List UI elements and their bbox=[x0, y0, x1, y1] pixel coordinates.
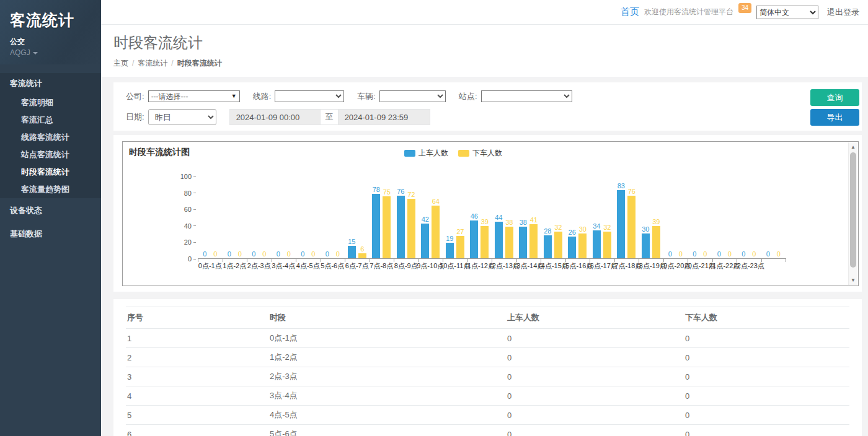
date-range-to-label: 至 bbox=[321, 109, 338, 125]
chart-box: 时段车流统计图 上车人数下车人数 100806040200 000点-1点001… bbox=[122, 141, 859, 286]
x-axis-label: 7点-8点 bbox=[370, 261, 393, 271]
bar-column: 39 bbox=[652, 218, 660, 258]
sidebar-item-passenger-stats[interactable]: 客流统计 bbox=[0, 73, 101, 94]
sidebar-subitem[interactable]: 客流明细 bbox=[0, 94, 101, 111]
date-end-input[interactable] bbox=[338, 109, 430, 125]
bar-value-label: 0 bbox=[668, 250, 672, 258]
bar-value-label: 26 bbox=[569, 229, 576, 236]
bar-column: 0 bbox=[309, 250, 317, 258]
bar-column: 0 bbox=[691, 250, 699, 258]
language-select[interactable]: 简体中文 bbox=[756, 6, 818, 19]
bar-value-label: 46 bbox=[471, 212, 478, 220]
table-row: 21点-2点00 bbox=[126, 348, 849, 367]
bar-value-label: 0 bbox=[311, 250, 315, 258]
org-code-dropdown[interactable]: AQGJ bbox=[10, 48, 91, 57]
table-row: 43点-4点00 bbox=[126, 386, 849, 406]
bar bbox=[358, 253, 366, 258]
breadcrumb-item[interactable]: 主页 bbox=[113, 59, 128, 68]
legend-item[interactable]: 下车人数 bbox=[458, 148, 502, 159]
bar-column: 19 bbox=[446, 235, 454, 258]
table-header: 上车人数 bbox=[506, 307, 684, 329]
bar-value-label: 0 bbox=[728, 250, 732, 258]
table-panel: 序号时段上车人数下车人数 10点-1点0021点-2点0032点-3点0043点… bbox=[113, 299, 862, 436]
bar-column: 0 bbox=[323, 250, 331, 258]
date-preset-select[interactable]: 昨日 bbox=[148, 109, 216, 125]
bar-group: 192710点-11点 bbox=[443, 177, 467, 258]
query-button[interactable]: 查询 bbox=[810, 89, 859, 106]
bar-value-label: 64 bbox=[432, 198, 440, 205]
bar bbox=[505, 227, 513, 258]
bar bbox=[407, 199, 415, 258]
table-cell: 0 bbox=[506, 406, 684, 425]
sidebar-subitem[interactable]: 客流汇总 bbox=[0, 111, 101, 129]
station-select[interactable] bbox=[481, 90, 572, 102]
scroll-up-icon[interactable]: ▲ bbox=[849, 143, 857, 151]
filter-panel: 公司: ---请选择--- ▼ 线路: 车辆: 站点: 日期: bbox=[113, 82, 862, 131]
date-start-input[interactable] bbox=[229, 109, 321, 125]
bar-column: 0 bbox=[764, 250, 772, 258]
table-row: 10点-1点00 bbox=[126, 329, 849, 348]
company-select-value: ---请选择--- bbox=[151, 92, 188, 101]
sidebar: 客流统计 公交 AQGJ 客流统计客流明细客流汇总线路客流统计站点客流统计时段客… bbox=[0, 0, 101, 436]
bar-value-label: 6 bbox=[360, 245, 364, 253]
bar-value-label: 0 bbox=[766, 250, 770, 258]
table-cell: 0 bbox=[684, 367, 849, 386]
bar-value-label: 32 bbox=[603, 224, 611, 231]
bar-group: 78757点-8点 bbox=[370, 177, 394, 258]
logout-link[interactable]: 退出登录 bbox=[827, 7, 859, 18]
chart-scrollbar[interactable]: ▲ ▼ bbox=[848, 142, 857, 285]
breadcrumb-item[interactable]: 客流统计 bbox=[138, 59, 167, 68]
bar-column: 42 bbox=[421, 216, 429, 258]
bar-value-label: 76 bbox=[628, 188, 636, 195]
bar-value-label: 30 bbox=[642, 225, 649, 233]
bar-value-label: 28 bbox=[544, 227, 551, 235]
line-select[interactable] bbox=[275, 90, 344, 102]
bar-value-label: 39 bbox=[652, 218, 660, 225]
table-cell: 0 bbox=[506, 386, 684, 406]
scrollbar-thumb[interactable] bbox=[850, 152, 856, 268]
legend-item[interactable]: 上车人数 bbox=[404, 148, 448, 159]
export-button[interactable]: 导出 bbox=[810, 109, 859, 126]
sidebar-subitem[interactable]: 时段客流统计 bbox=[0, 164, 101, 181]
company-select[interactable]: ---请选择--- ▼ bbox=[148, 90, 240, 102]
table-header: 序号 bbox=[126, 307, 268, 329]
bar-column: 15 bbox=[348, 238, 356, 258]
table-cell: 3点-4点 bbox=[268, 386, 506, 406]
bar-value-label: 0 bbox=[277, 250, 280, 258]
home-link[interactable]: 首页 bbox=[621, 6, 639, 18]
table-row: 54点-5点00 bbox=[126, 406, 849, 425]
bar-value-label: 0 bbox=[703, 250, 707, 258]
bar-value-label: 0 bbox=[203, 250, 206, 258]
table-cell: 0 bbox=[506, 425, 684, 436]
vehicle-select[interactable] bbox=[379, 90, 446, 102]
sidebar-subitem[interactable]: 线路客流统计 bbox=[0, 129, 101, 146]
y-axis-tick: 60 bbox=[184, 206, 196, 213]
bar bbox=[617, 190, 625, 258]
scroll-down-icon[interactable]: ▼ bbox=[849, 276, 857, 284]
bar bbox=[480, 226, 489, 258]
table-header: 下车人数 bbox=[684, 307, 849, 329]
sidebar-item-base-data[interactable]: 基础数据 bbox=[0, 223, 101, 245]
bar-column: 27 bbox=[456, 228, 464, 258]
sidebar-subitem[interactable]: 客流量趋势图 bbox=[0, 181, 101, 198]
bar-group: 0019点-20点 bbox=[663, 177, 688, 258]
y-axis-tick: 20 bbox=[184, 238, 196, 246]
notification-badge[interactable]: 34 bbox=[738, 3, 751, 13]
sidebar-item-device-status[interactable]: 设备状态 bbox=[0, 199, 101, 222]
bar-value-label: 0 bbox=[213, 250, 217, 258]
table-cell: 3 bbox=[126, 367, 268, 386]
menu-section: 客流统计客流明细客流汇总线路客流统计站点客流统计时段客流统计客流量趋势图 bbox=[0, 73, 101, 198]
bar-value-label: 30 bbox=[579, 225, 587, 233]
sidebar-subitem[interactable]: 站点客流统计 bbox=[0, 146, 101, 164]
bar-value-label: 83 bbox=[618, 182, 625, 190]
table-cell: 1 bbox=[126, 329, 268, 348]
x-axis-label: 0点-1点 bbox=[198, 261, 222, 271]
breadcrumb-item: 时段客流统计 bbox=[177, 59, 222, 68]
bar-column: 32 bbox=[554, 224, 562, 258]
bar-group: 0021点-22点 bbox=[712, 177, 737, 258]
bar-column: 38 bbox=[519, 219, 527, 258]
bar-value-label: 0 bbox=[301, 250, 304, 258]
page-title: 时段客流统计 bbox=[113, 33, 856, 53]
x-axis-label: 3点-4点 bbox=[272, 261, 295, 271]
bar bbox=[529, 224, 538, 258]
